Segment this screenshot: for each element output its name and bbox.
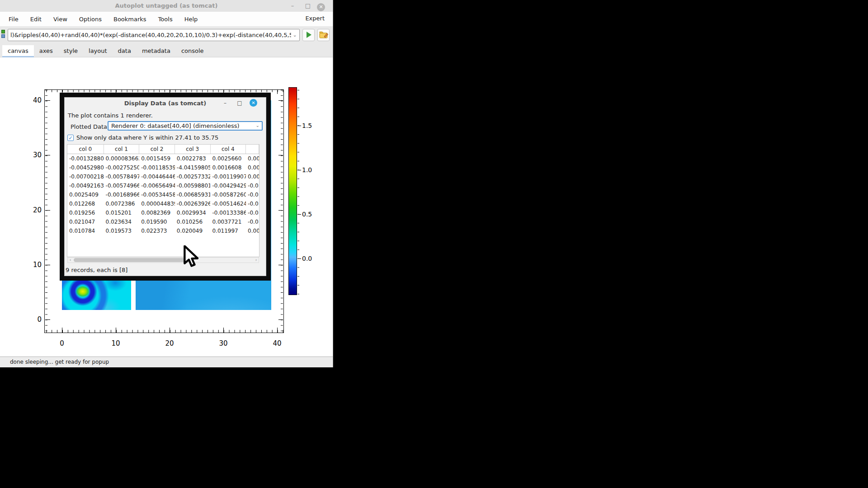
window-title: Autoplot untagged (as tomcat) xyxy=(0,2,333,9)
table-cell: 0.00 xyxy=(246,172,259,181)
table-cell: -0.00578497... xyxy=(104,172,140,181)
colorbar-tick-label: 0.0 xyxy=(302,255,317,262)
table-cell: 0.010256 xyxy=(175,217,211,226)
minimize-icon[interactable]: – xyxy=(287,0,298,12)
menu-item-edit[interactable]: Edit xyxy=(30,16,42,23)
display-data-dialog: Display Data (as tomcat) – □ ✕ The plot … xyxy=(60,93,271,281)
tab-canvas[interactable]: canvas xyxy=(2,45,34,57)
y-tick-label: 40 xyxy=(26,96,42,104)
data-table[interactable]: col 0col 1col 2col 3col 4 -0.00132880...… xyxy=(67,144,259,257)
colorbar-major-tick xyxy=(297,170,301,170)
table-cell: -0.00452980... xyxy=(67,163,104,172)
colorbar-tick-label: 1.0 xyxy=(302,166,317,174)
table-cell: -0.00429429... xyxy=(210,181,246,190)
table-row[interactable]: 0.0122680.00723860.000044839-0.00263926.… xyxy=(67,199,259,208)
dialog-minimize-icon[interactable]: – xyxy=(220,99,230,108)
table-header-cell: col 3 xyxy=(175,145,211,154)
table-header-cell: col 4 xyxy=(211,145,246,154)
table-cell: 0.020049 xyxy=(175,226,211,235)
menu-item-view[interactable]: View xyxy=(53,16,67,23)
plot-canvas[interactable]: 0102030404030201001.51.00.50.0 Display D… xyxy=(0,57,333,357)
table-cell: 0.0082369 xyxy=(139,208,175,217)
table-cell: -0.00168966... xyxy=(104,190,140,199)
table-cell: 0.000044839 xyxy=(139,199,175,208)
table-cell: 0.0016608 xyxy=(210,163,246,172)
right-axis-minor-ticks xyxy=(281,90,283,333)
colorbar-major-tick xyxy=(297,214,301,215)
dialog-close-icon[interactable]: ✕ xyxy=(250,99,257,107)
scrollbar-thumb[interactable] xyxy=(74,258,188,262)
table-row[interactable]: -0.00132880...0.0000836620.00154590.0022… xyxy=(67,154,259,163)
maximize-icon[interactable]: □ xyxy=(302,0,314,12)
horizontal-scrollbar[interactable]: ‹ › xyxy=(67,257,259,263)
table-cell: 0.015201 xyxy=(104,208,140,217)
table-cell: 0.00 xyxy=(246,154,259,163)
table-body: -0.00132880...0.0000836620.00154590.0022… xyxy=(67,154,259,235)
status-text: done sleeping... get ready for popup xyxy=(10,359,109,365)
table-cell: 0.0022783 xyxy=(175,154,211,163)
tab-metadata[interactable]: metadata xyxy=(137,45,176,57)
table-row[interactable]: -0.00700218...-0.00578497...-0.00446446.… xyxy=(67,172,259,181)
inspect-uri-button[interactable] xyxy=(317,29,330,41)
dialog-maximize-icon[interactable]: □ xyxy=(235,99,245,108)
colorbar xyxy=(288,87,297,295)
y-major-tick xyxy=(45,319,50,320)
tab-console[interactable]: console xyxy=(176,45,209,57)
y-major-tick-right xyxy=(278,319,283,320)
menu-item-help[interactable]: Help xyxy=(184,16,198,23)
scroll-left-icon[interactable]: ‹ xyxy=(68,258,73,263)
y-major-tick xyxy=(45,265,50,265)
y-tick-label: 20 xyxy=(26,206,42,214)
table-row[interactable]: 0.0107840.0195730.0223730.0200490.011997… xyxy=(67,226,259,235)
table-cell: -0.00656494... xyxy=(139,181,175,190)
table-cell: 0.021047 xyxy=(67,217,104,226)
uri-value[interactable]: l)&ripples(40,40)+rand(40,40)*(exp(-dist… xyxy=(10,29,291,41)
tab-style[interactable]: style xyxy=(58,45,83,57)
tab-layout[interactable]: layout xyxy=(83,45,113,57)
x-major-tick xyxy=(223,328,224,333)
scroll-right-icon[interactable]: › xyxy=(254,258,259,263)
tab-axes[interactable]: axes xyxy=(34,45,58,57)
colorbar-tick-label: 1.5 xyxy=(302,122,317,129)
go-button[interactable] xyxy=(302,29,315,41)
x-axis-minor-ticks xyxy=(45,330,283,333)
table-cell: -0.00587260... xyxy=(210,190,246,199)
uri-toolbar: l)&ripples(40,40)+rand(40,40)*(exp(-dist… xyxy=(0,26,333,45)
menu-item-file[interactable]: File xyxy=(9,16,19,23)
y-major-tick xyxy=(45,155,50,155)
table-row[interactable]: -0.00452980...-0.00275250...-0.00118539.… xyxy=(67,163,259,172)
uri-dropdown-chevron-icon[interactable]: ⌄ xyxy=(292,29,298,41)
table-row[interactable]: 0.0210470.0236340.0195900.0102560.003772… xyxy=(67,217,259,226)
renderer-count-text: The plot contains 1 renderer. xyxy=(68,112,153,119)
table-cell: -0.00275250... xyxy=(104,163,140,172)
menu-item-options[interactable]: Options xyxy=(79,16,102,23)
table-header-cell: col 1 xyxy=(104,145,140,154)
table-cell: -0.00514624... xyxy=(210,199,246,208)
table-cell: -0.00132880... xyxy=(67,154,104,163)
close-icon[interactable]: ✕ xyxy=(317,3,325,11)
x-major-tick xyxy=(62,328,62,333)
table-cell: -0.0 xyxy=(246,217,259,226)
menu-item-tools[interactable]: Tools xyxy=(158,16,173,23)
table-cell: 0.011997 xyxy=(210,226,246,235)
table-cell: 0.023634 xyxy=(104,217,140,226)
table-cell: 0.010784 xyxy=(67,226,104,235)
table-row[interactable]: 0.0025409-0.00168966...-0.00534458...-0.… xyxy=(67,190,259,199)
datasource-type-icon[interactable] xyxy=(1,30,6,38)
autoplot-window: Autoplot untagged (as tomcat) – □ ✕ File… xyxy=(0,0,333,367)
expert-mode-label[interactable]: Expert xyxy=(305,15,325,22)
uri-input[interactable]: l)&ripples(40,40)+rand(40,40)*(exp(-dist… xyxy=(8,29,300,41)
y-tick-label: 0 xyxy=(26,315,42,324)
filter-checkbox[interactable]: ✓ xyxy=(67,135,74,141)
menu-item-bookmarks[interactable]: Bookmarks xyxy=(113,16,146,23)
filter-checkbox-label: Show only data where Y is within 27.41 t… xyxy=(76,134,218,141)
menu-bar: FileEditViewOptionsBookmarksToolsHelp xyxy=(0,12,333,26)
plotted-data-select[interactable]: Renderer 0: dataset[40,40] (dimensionles… xyxy=(108,121,263,131)
table-cell: -0.00685931... xyxy=(175,190,211,199)
plotted-data-label: Plotted Data: xyxy=(71,123,109,130)
tab-data[interactable]: data xyxy=(113,45,137,57)
table-row[interactable]: 0.0192560.0152010.00823690.0029934-0.001… xyxy=(67,208,259,217)
table-cell: 0.00 xyxy=(246,163,259,172)
table-row[interactable]: -0.00492163...-0.00574966...-0.00656494.… xyxy=(67,181,259,190)
y-tick-label: 30 xyxy=(26,151,42,159)
